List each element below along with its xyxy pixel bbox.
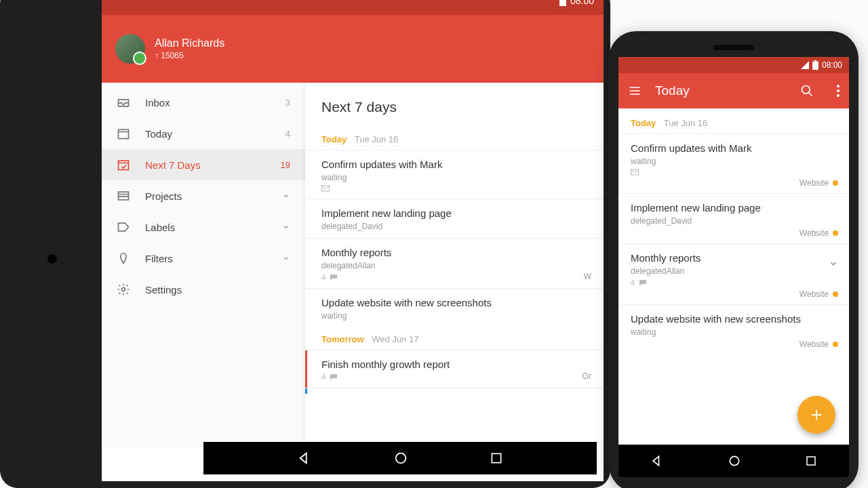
task-sub: waiting (631, 327, 837, 337)
svg-point-16 (730, 456, 738, 465)
task-row[interactable]: Monthly reports delegatedAllan 4 W (305, 238, 604, 288)
section-label: Today (321, 134, 347, 144)
subtask-count: 4 (321, 373, 326, 381)
task-sub: delegatedAllan (631, 266, 837, 276)
sidebar-item-inbox[interactable]: Inbox 3 (102, 87, 305, 118)
phone-title: Today (655, 83, 787, 98)
task-project: W (584, 272, 591, 281)
svg-rect-2 (119, 129, 129, 138)
svg-point-11 (802, 86, 810, 94)
svg-rect-0 (559, 0, 566, 6)
gear-icon (117, 283, 130, 296)
svg-point-12 (837, 85, 840, 87)
projects-icon (117, 189, 130, 203)
task-row[interactable]: Finish monthly growth report 4 Gr (305, 350, 604, 388)
project-dot-icon (833, 291, 838, 297)
section-tomorrow: Tomorrow Wed Jun 17 (305, 327, 604, 350)
task-row[interactable]: Monthly reports delegatedAllan 4 Website (618, 243, 849, 304)
overflow-icon[interactable] (837, 85, 840, 97)
svg-rect-10 (814, 60, 817, 62)
phone-screen: 08:00 Today Today Tue Jun 16 Confirm upd… (618, 57, 849, 477)
task-sub: delegatedAllan (321, 261, 587, 270)
svg-point-13 (837, 89, 840, 92)
battery-icon (812, 60, 818, 70)
phone-nav-bar (618, 445, 849, 477)
svg-rect-17 (807, 457, 815, 465)
search-icon[interactable] (800, 84, 814, 98)
task-row[interactable]: Confirm updates with Mark waiting (305, 150, 604, 199)
task-project: Website (800, 289, 838, 299)
nav-recent-icon[interactable] (805, 455, 817, 467)
sidebar-item-count: 19 (281, 160, 290, 170)
section-label: Today (631, 118, 656, 128)
tablet-screen: 08:00 Allan Richards ↑ 15065 Inbox (102, 0, 604, 481)
task-project: Gr (583, 371, 591, 381)
sidebar-item-settings[interactable]: Settings (102, 274, 305, 305)
chevron-down-icon[interactable] (829, 259, 838, 268)
user-name: Allan Richards (155, 37, 224, 49)
status-time: 08:00 (570, 0, 594, 6)
section-today: Today Tue Jun 16 (305, 127, 604, 150)
sidebar-item-labels[interactable]: Labels (102, 211, 305, 243)
nav-recent-icon[interactable] (490, 451, 503, 465)
sidebar-item-label: Filters (145, 253, 173, 264)
svg-point-5 (122, 288, 125, 291)
task-row[interactable]: Implement new landing page delegated_Dav… (305, 199, 604, 238)
svg-point-14 (837, 94, 840, 97)
project-dot-icon (833, 180, 838, 186)
avatar[interactable] (115, 34, 145, 64)
task-row[interactable]: Update website with new screenshots wait… (305, 288, 604, 327)
tablet-header: Allan Richards ↑ 15065 (102, 15, 604, 83)
filter-icon (117, 251, 130, 265)
sidebar-item-label: Settings (145, 284, 182, 296)
status-time: 08:00 (822, 60, 842, 70)
inbox-icon (117, 96, 130, 109)
signal-icon (801, 61, 809, 69)
task-sub: waiting (321, 311, 587, 321)
task-row[interactable]: Confirm updates with Mark waiting Websit… (618, 134, 849, 193)
sidebar-item-projects[interactable]: Projects (102, 180, 305, 211)
add-task-fab[interactable] (797, 396, 835, 434)
comment-icon (639, 279, 647, 286)
phone-app-bar: Today (618, 73, 849, 108)
main-panel: Next 7 days Today Tue Jun 16 Confirm upd… (305, 83, 604, 449)
project-dot-icon (833, 230, 838, 236)
sidebar-item-label: Labels (145, 222, 175, 233)
battery-icon (559, 0, 566, 6)
task-row[interactable]: Implement new landing page delegated_Dav… (618, 193, 849, 243)
section-today: Today Tue Jun 16 (618, 108, 849, 134)
sidebar-item-filters[interactable]: Filters (102, 243, 305, 274)
nav-back-icon[interactable] (650, 454, 664, 468)
task-project: Website (800, 340, 838, 349)
sidebar-item-label: Inbox (145, 97, 170, 108)
phone-earpiece (713, 45, 754, 50)
hamburger-icon[interactable] (628, 84, 642, 98)
subtask-count: 4 (321, 273, 326, 281)
sidebar-item-today[interactable]: Today 4 (102, 118, 305, 149)
nav-home-icon[interactable] (393, 451, 408, 466)
task-title: Confirm updates with Mark (321, 159, 587, 170)
calendar-week-icon (117, 158, 130, 171)
svg-rect-8 (492, 453, 500, 462)
subtask-count: 4 (631, 279, 635, 287)
phone-device: 08:00 Today Today Tue Jun 16 Confirm upd… (609, 31, 859, 488)
task-project: Website (800, 178, 838, 188)
comment-icon (330, 274, 338, 281)
sidebar-item-label: Projects (145, 190, 182, 202)
sidebar-item-count: 3 (285, 98, 290, 108)
svg-rect-9 (812, 62, 818, 70)
task-sub: delegated_David (631, 216, 837, 226)
tablet-nav-bar (203, 442, 597, 474)
task-sub: waiting (321, 173, 587, 182)
nav-home-icon[interactable] (728, 454, 741, 468)
tablet-status-bar: 08:00 (102, 0, 604, 15)
task-row[interactable]: Update website with new screenshots wait… (618, 304, 849, 354)
phone-body: Today Tue Jun 16 Confirm updates with Ma… (618, 108, 849, 445)
comment-icon (330, 373, 338, 380)
sidebar-item-next7days[interactable]: Next 7 Days 19 (102, 149, 305, 180)
task-title: Monthly reports (631, 252, 837, 264)
task-row[interactable] (305, 388, 604, 394)
task-sub: waiting (631, 157, 837, 166)
label-icon (117, 220, 130, 234)
nav-back-icon[interactable] (297, 451, 312, 466)
